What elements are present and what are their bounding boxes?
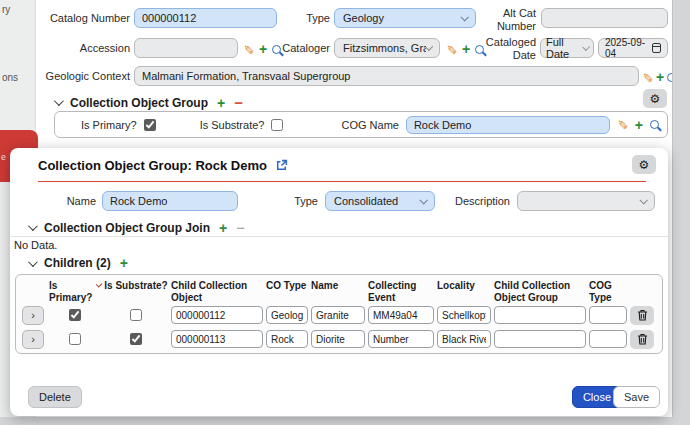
name-input[interactable] — [311, 330, 365, 348]
join-section-title: Collection Object Group Join — [44, 221, 210, 235]
type-select-value: Geology — [343, 12, 384, 24]
edit-pencil-icon[interactable]: ✎ — [242, 44, 255, 55]
edit-pencil-icon[interactable]: ✎ — [445, 44, 458, 55]
search-icon[interactable] — [272, 45, 281, 54]
is-substrate-checkbox[interactable] — [271, 119, 283, 131]
children-table: Is Primary? Is Substrate? Child Collecti… — [15, 274, 663, 354]
child-co-input[interactable] — [171, 306, 263, 324]
description-label: Description — [448, 195, 510, 208]
dialog-type-label: Type — [278, 195, 318, 208]
cataloged-date-input[interactable]: 2025-09-04 — [598, 38, 668, 58]
cataloger-select[interactable]: Fitzsimmons, Grant — [334, 38, 440, 58]
edit-pencil-icon[interactable]: ✎ — [616, 119, 629, 130]
col-child-co: Child Collection Object — [171, 280, 263, 303]
col-is-primary: Is Primary? — [49, 280, 94, 303]
add-plus-icon[interactable]: + — [635, 118, 643, 132]
catalog-number-input[interactable] — [134, 8, 277, 28]
row-is-substrate-checkbox[interactable] — [130, 309, 142, 321]
gear-icon[interactable]: ⚙ — [643, 89, 667, 108]
dialog-type-value: Consolidated — [334, 195, 398, 207]
col-cog-type: COG Type — [589, 280, 627, 303]
col-name: Name — [311, 280, 338, 292]
expand-row-button[interactable]: › — [22, 306, 44, 325]
row-is-primary-checkbox[interactable] — [69, 333, 81, 345]
search-icon[interactable] — [650, 120, 659, 129]
add-plus-icon[interactable]: + — [656, 70, 664, 84]
col-is-substrate: Is Substrate? — [104, 280, 167, 292]
cataloged-date-label: Cataloged Date — [478, 36, 536, 61]
cog-dialog: Collection Object Group: Rock Demo ⚙ Nam… — [10, 148, 668, 416]
page-background-strip — [0, 417, 690, 425]
calendar-icon[interactable] — [652, 43, 661, 53]
edit-pencil-icon[interactable]: ✎ — [641, 72, 654, 83]
name-input[interactable] — [102, 191, 238, 211]
chevron-down-icon[interactable] — [28, 257, 38, 267]
chevron-down-icon — [425, 43, 433, 51]
cog-section-title: Collection Object Group — [70, 96, 208, 110]
cog-name-input[interactable] — [406, 116, 610, 134]
add-plus-icon[interactable]: + — [219, 221, 227, 235]
delete-button[interactable]: Delete — [28, 386, 82, 408]
remove-minus-icon[interactable]: − — [236, 220, 245, 235]
locality-input[interactable] — [437, 306, 491, 324]
alt-cat-number-input[interactable] — [541, 8, 668, 28]
trash-icon[interactable] — [630, 330, 654, 349]
geologic-context-input[interactable] — [134, 66, 639, 86]
date-precision-select[interactable]: Full Date — [540, 38, 594, 58]
chevron-down-icon — [419, 196, 427, 204]
add-plus-icon[interactable]: + — [259, 42, 267, 56]
type-label: Type — [296, 12, 330, 25]
cataloger-select-value: Fitzsimmons, Grant — [343, 42, 426, 54]
co-type-input[interactable] — [266, 306, 308, 324]
chevron-down-icon — [582, 43, 590, 51]
dialog-accent-divider — [38, 181, 646, 182]
cataloger-label: Cataloger — [282, 42, 330, 55]
dialog-title: Collection Object Group: Rock Demo — [38, 158, 267, 173]
trash-icon[interactable] — [630, 306, 654, 325]
alt-cat-number-label: Alt Cat Number — [490, 7, 536, 32]
children-section-title: Children (2) — [44, 256, 111, 270]
accession-label: Accession — [36, 42, 130, 55]
no-data-text: No Data. — [14, 239, 57, 251]
add-plus-icon[interactable]: + — [217, 96, 225, 110]
type-select[interactable]: Geology — [334, 8, 476, 28]
cog-type-input[interactable] — [589, 306, 627, 324]
cog-type-input[interactable] — [589, 330, 627, 348]
locality-input[interactable] — [437, 330, 491, 348]
add-plus-icon[interactable]: + — [462, 42, 470, 56]
sort-desc-icon[interactable] — [96, 281, 103, 288]
dialog-type-select[interactable]: Consolidated — [325, 191, 435, 211]
accession-input[interactable] — [134, 38, 238, 58]
sidebar-item-fragment[interactable]: ry — [2, 4, 10, 15]
chevron-down-icon[interactable] — [54, 96, 64, 106]
table-row: › — [22, 303, 656, 327]
geologic-context-label: Geologic Context — [36, 70, 130, 83]
collecting-event-input[interactable] — [368, 330, 434, 348]
sidebar-item-fragment[interactable]: ons — [2, 72, 18, 83]
chevron-down-icon[interactable] — [28, 221, 38, 231]
col-collecting-event: Collecting Event — [368, 280, 434, 303]
child-co-input[interactable] — [171, 330, 263, 348]
row-is-substrate-checkbox[interactable] — [130, 333, 142, 345]
row-is-primary-checkbox[interactable] — [69, 309, 81, 321]
child-cog-input[interactable] — [494, 330, 586, 348]
is-primary-checkbox[interactable] — [144, 119, 156, 131]
name-input[interactable] — [311, 306, 365, 324]
add-plus-icon[interactable]: + — [120, 256, 128, 270]
remove-minus-icon[interactable]: − — [234, 95, 243, 110]
external-link-icon[interactable] — [275, 159, 288, 172]
collecting-event-input[interactable] — [368, 306, 434, 324]
child-cog-input[interactable] — [494, 306, 586, 324]
gear-icon[interactable]: ⚙ — [632, 155, 656, 174]
expand-row-button[interactable]: › — [22, 330, 44, 349]
save-button[interactable]: Save — [613, 386, 660, 408]
chevron-down-icon — [460, 13, 468, 21]
children-table-header: Is Primary? Is Substrate? Child Collecti… — [22, 278, 656, 303]
date-precision-value: Full Date — [546, 36, 583, 60]
scrollbar-track[interactable] — [672, 0, 690, 425]
col-child-cog: Child Collection Object Group — [494, 280, 586, 303]
name-label: Name — [28, 195, 96, 208]
app-screen: ry ons e Catalog Number Type Geology Alt… — [0, 0, 690, 425]
co-type-input[interactable] — [266, 330, 308, 348]
description-select[interactable] — [517, 191, 655, 211]
